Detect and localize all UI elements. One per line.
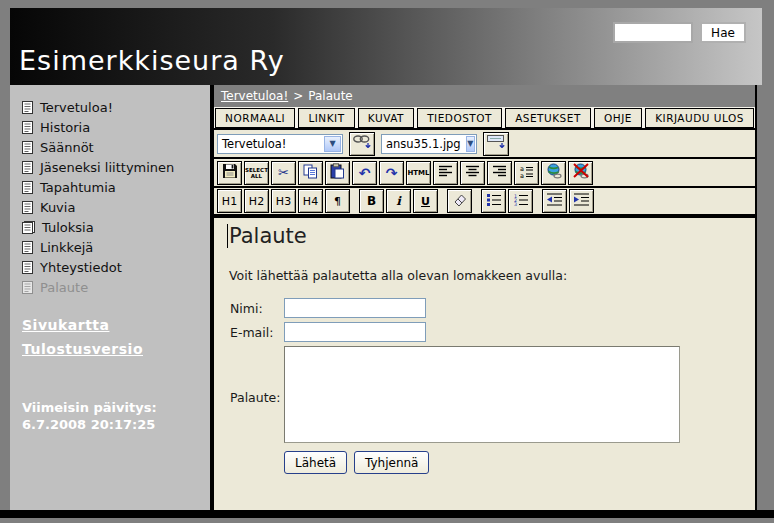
document-icon [22, 261, 33, 274]
tab-normaali[interactable]: NORMAALI [215, 108, 295, 128]
globe-link-icon [546, 163, 562, 182]
documents-icon [22, 221, 35, 234]
last-update: Viimeisin päivitys: 6.7.2008 20:17:25 [22, 399, 210, 433]
text-cursor [227, 224, 228, 248]
sidebar-item-tapahtumia[interactable]: Tapahtumia [22, 179, 210, 195]
select-all-button[interactable]: SELECT ALL [244, 161, 269, 185]
editor-canvas[interactable]: Palaute Voit lähettää palautetta alla ol… [214, 218, 755, 510]
bullet-list-button[interactable] [481, 189, 506, 213]
outdent-icon [546, 193, 563, 209]
floppy-disk-icon [222, 163, 238, 182]
sidebar-item-jaseneksi-liittyminen[interactable]: Jäseneksi liittyminen [22, 159, 210, 175]
paragraph-button[interactable]: ¶ [325, 189, 350, 213]
insert-toolbar: Tervetuloa! ▼ ansu35.1.jpg ▼ [214, 130, 755, 159]
page-select[interactable]: Tervetuloa! ▼ [217, 134, 343, 154]
heading4-button[interactable]: H4 [298, 189, 323, 213]
italic-button[interactable]: i [386, 189, 411, 213]
save-button[interactable] [217, 161, 242, 185]
intro-text: Voit lähettää palautetta alla olevan lom… [229, 268, 567, 283]
breadcrumb: Tervetuloa! > Palaute [214, 85, 755, 107]
window-bottom-border [0, 510, 774, 518]
image-select[interactable]: ansu35.1.jpg ▼ [381, 134, 477, 154]
tab-asetukset[interactable]: ASETUKSET [505, 108, 591, 128]
insert-web-link-button[interactable] [541, 161, 566, 185]
redo-button[interactable]: ↷ [379, 161, 404, 185]
content-column: Tervetuloa! > Palaute NORMAALI LINKIT KU… [210, 85, 757, 510]
redo-arrow-icon: ↷ [386, 166, 398, 180]
name-input[interactable] [284, 298, 426, 318]
feedback-textarea[interactable] [284, 346, 680, 443]
paste-button[interactable] [325, 161, 350, 185]
document-icon [22, 201, 33, 214]
chain-link-insert-icon [352, 134, 372, 153]
tab-linkit[interactable]: LINKIT [298, 108, 354, 128]
document-icon [22, 241, 33, 254]
sidebar-item-saannot[interactable]: Säännöt [22, 139, 210, 155]
align-right-button[interactable] [487, 161, 512, 185]
undo-button[interactable]: ↶ [352, 161, 377, 185]
html-source-button[interactable]: HTML [406, 161, 431, 185]
feedback-label: Palaute: [230, 390, 281, 405]
email-input[interactable] [284, 322, 426, 342]
tab-tiedostot[interactable]: TIEDOSTOT [417, 108, 502, 128]
breadcrumb-home-link[interactable]: Tervetuloa! [221, 89, 288, 103]
italic-icon: i [396, 194, 401, 208]
breadcrumb-separator: > [293, 89, 303, 103]
tab-ohje[interactable]: OHJE [594, 108, 642, 128]
cut-button[interactable]: ✂ [271, 161, 296, 185]
definition-list-button[interactable]: aa [514, 161, 539, 185]
definition-list-icon: aa [519, 165, 534, 181]
svg-text:3: 3 [514, 202, 517, 206]
heading1-button[interactable]: H1 [217, 189, 242, 213]
copy-button[interactable] [298, 161, 323, 185]
remove-link-button[interactable] [568, 161, 593, 185]
sidebar-item-kuvia[interactable]: Kuvia [22, 199, 210, 215]
numbered-list-icon: 123 [513, 193, 529, 209]
heading3-button[interactable]: H3 [271, 189, 296, 213]
scissors-icon: ✂ [278, 166, 289, 179]
sidebar-item-tervetuloa[interactable]: Tervetuloa! [22, 99, 210, 115]
print-version-link[interactable]: Tulostusversio [22, 341, 210, 357]
sidebar-item-tuloksia[interactable]: Tuloksia [22, 219, 210, 235]
clear-formatting-button[interactable] [447, 189, 472, 213]
site-header: Esimerkkiseura Ry Hae [10, 8, 762, 85]
document-icon [22, 161, 33, 174]
numbered-list-button[interactable]: 123 [508, 189, 533, 213]
clear-button[interactable]: Tyhjennä [354, 451, 429, 474]
breadcrumb-current: Palaute [308, 89, 352, 103]
eraser-icon [452, 192, 467, 210]
heading2-button[interactable]: H2 [244, 189, 269, 213]
clipboard-paste-icon [330, 163, 345, 182]
editor-tab-bar: NORMAALI LINKIT KUVAT TIEDOSTOT ASETUKSE… [214, 107, 755, 130]
indent-button[interactable] [569, 189, 594, 213]
sidebar: Tervetuloa! Historia Säännöt Jäseneksi l… [10, 85, 210, 510]
editor-toolbar-row-2: H1 H2 H3 H4 ¶ B i U 123 [214, 188, 755, 218]
document-icon [22, 181, 33, 194]
underline-icon: U [421, 195, 430, 208]
editor-toolbar-row-1: SELECT ALL ✂ ↶ ↷ HTML aa [214, 159, 755, 188]
send-button[interactable]: Lähetä [284, 451, 347, 474]
insert-page-link-button[interactable] [349, 132, 375, 156]
undo-arrow-icon: ↶ [359, 166, 371, 180]
align-left-icon [438, 165, 453, 180]
sidebar-item-yhteystiedot[interactable]: Yhteystiedot [22, 259, 210, 275]
underline-button[interactable]: U [413, 189, 438, 213]
bold-button[interactable]: B [359, 189, 384, 213]
outdent-button[interactable] [542, 189, 567, 213]
html-label: HTML [407, 169, 429, 177]
sitemap-link[interactable]: Sivukartta [22, 317, 210, 333]
sidebar-item-historia[interactable]: Historia [22, 119, 210, 135]
sidebar-item-linkkeja[interactable]: Linkkejä [22, 239, 210, 255]
search-button[interactable]: Hae [700, 22, 746, 43]
align-center-icon [465, 165, 480, 180]
align-center-button[interactable] [460, 161, 485, 185]
tab-kuvat[interactable]: KUVAT [358, 108, 414, 128]
indent-icon [573, 193, 590, 209]
chevron-down-icon: ▼ [324, 136, 341, 152]
align-left-button[interactable] [433, 161, 458, 185]
insert-image-button[interactable] [483, 132, 509, 156]
tab-kirjaudu-ulos[interactable]: KIRJAUDU ULOS [645, 108, 754, 128]
sidebar-item-palaute-current: Palaute [22, 279, 210, 295]
email-label: E-mail: [230, 325, 273, 340]
search-input[interactable] [613, 22, 693, 43]
